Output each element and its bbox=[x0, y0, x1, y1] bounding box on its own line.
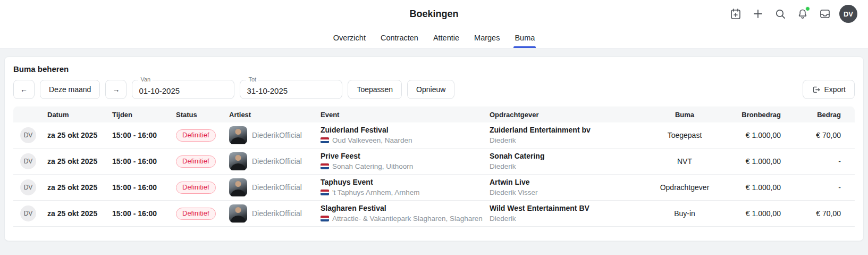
status-badge: Definitief bbox=[176, 182, 216, 194]
header-icons: DV bbox=[459, 5, 858, 23]
status-badge: Definitief bbox=[176, 155, 216, 168]
buma-panel: Buma beheren ← Deze maand → Van Tot Toep… bbox=[4, 56, 864, 241]
artist-photo bbox=[229, 152, 247, 170]
event-location: Sonah Catering, Uithoorn bbox=[332, 161, 413, 171]
client-contact: Diederik Visser bbox=[490, 187, 538, 198]
col-artiest: Artiest bbox=[225, 111, 316, 119]
artist-name: DiederikOfficial bbox=[252, 209, 302, 218]
table-row[interactable]: DV za 25 okt 2025 15:00 - 16:00 Definiti… bbox=[13, 149, 855, 175]
inbox-button[interactable] bbox=[817, 6, 833, 22]
time-cell: 15:00 - 16:00 bbox=[108, 183, 172, 192]
user-avatar[interactable]: DV bbox=[839, 5, 857, 23]
event-title: Slagharen Festival bbox=[321, 203, 481, 213]
event-location: Attractie- & Vakantiepark Slagharen, Sla… bbox=[332, 213, 483, 224]
amount-cell: € 70,00 bbox=[783, 131, 855, 139]
col-datum: Datum bbox=[43, 111, 108, 119]
row-avatar: DV bbox=[20, 127, 36, 143]
buma-cell: Toegepast bbox=[650, 131, 719, 139]
event-cell: Prive Feest Sonah Catering, Uithoorn bbox=[316, 151, 485, 171]
event-title: Taphuys Event bbox=[321, 177, 481, 187]
col-event: Event bbox=[316, 111, 485, 119]
col-opdrachtgever: Opdrachtgever bbox=[485, 111, 650, 119]
filter-controls: ← Deze maand → Van Tot Toepassen Opnieuw… bbox=[13, 80, 855, 99]
table-body: DV za 25 okt 2025 15:00 - 16:00 Definiti… bbox=[13, 122, 855, 227]
tab-buma[interactable]: Buma bbox=[509, 28, 540, 48]
date-from-label: Van bbox=[138, 76, 153, 83]
date-cell: za 25 okt 2025 bbox=[43, 157, 108, 166]
source-amount-cell: € 1.000,00 bbox=[719, 157, 783, 166]
artist-cell: DiederikOfficial bbox=[225, 204, 316, 223]
notifications-button[interactable] bbox=[795, 6, 811, 22]
tab-contracten[interactable]: Contracten bbox=[375, 28, 424, 48]
col-buma: Buma bbox=[650, 111, 719, 119]
tab-label: Overzicht bbox=[333, 34, 366, 42]
date-to-field: Tot bbox=[240, 80, 342, 99]
date-cell: za 25 okt 2025 bbox=[43, 209, 108, 218]
export-button[interactable]: Export bbox=[803, 80, 855, 99]
tab-attentie[interactable]: Attentie bbox=[428, 28, 465, 48]
client-contact: Diederik bbox=[490, 213, 516, 224]
col-bronbedrag: Bronbedrag bbox=[719, 111, 783, 119]
table-row[interactable]: DV za 25 okt 2025 15:00 - 16:00 Definiti… bbox=[13, 175, 855, 201]
event-cell: Taphuys Event 't Taphuys Arnhem, Arnhem bbox=[316, 177, 485, 198]
page-title: Boekingen bbox=[409, 9, 458, 20]
calendar-plus-icon bbox=[729, 7, 742, 20]
client-name: Wild West Entertainment BV bbox=[490, 203, 646, 213]
bookings-table: Datum Tijden Status Artiest Event Opdrac… bbox=[13, 106, 855, 227]
export-label: Export bbox=[824, 85, 846, 94]
tab-label: Buma bbox=[515, 34, 535, 42]
time-cell: 15:00 - 16:00 bbox=[108, 131, 172, 139]
artist-name: DiederikOfficial bbox=[252, 157, 302, 166]
col-bedrag: Bedrag bbox=[783, 111, 855, 119]
time-cell: 15:00 - 16:00 bbox=[108, 157, 172, 166]
prev-month-button[interactable]: ← bbox=[13, 80, 35, 99]
search-button[interactable] bbox=[772, 6, 788, 22]
current-month-button[interactable]: Deze maand bbox=[40, 80, 100, 99]
tab-marges[interactable]: Marges bbox=[469, 28, 505, 48]
search-icon bbox=[774, 7, 787, 20]
tab-bar: Overzicht Contracten Attentie Marges Bum… bbox=[0, 28, 868, 48]
col-status: Status bbox=[172, 111, 225, 119]
panel-title: Buma beheren bbox=[13, 64, 855, 73]
add-button[interactable] bbox=[750, 6, 766, 22]
amount-cell: - bbox=[783, 157, 855, 166]
reset-button[interactable]: Opnieuw bbox=[407, 80, 454, 99]
amount-cell: - bbox=[783, 183, 855, 192]
export-icon bbox=[812, 85, 821, 94]
tab-label: Attentie bbox=[433, 34, 459, 42]
main-area: Buma beheren ← Deze maand → Van Tot Toep… bbox=[0, 48, 868, 249]
event-cell: Slagharen Festival Attractie- & Vakantie… bbox=[316, 203, 485, 224]
artist-cell: DiederikOfficial bbox=[225, 126, 316, 144]
buma-cell: Opdrachtgever bbox=[650, 183, 719, 192]
nl-flag-icon bbox=[321, 163, 329, 169]
status-badge: Definitief bbox=[176, 129, 216, 142]
tab-label: Contracten bbox=[381, 34, 418, 42]
plus-icon bbox=[752, 7, 764, 20]
client-contact: Diederik bbox=[490, 135, 516, 145]
nl-flag-icon bbox=[321, 216, 329, 221]
event-location: 't Taphuys Arnhem, Arnhem bbox=[332, 187, 419, 198]
artist-name: DiederikOfficial bbox=[252, 183, 302, 192]
amount-cell: € 70,00 bbox=[783, 209, 855, 218]
apply-button[interactable]: Toepassen bbox=[348, 80, 402, 99]
row-avatar: DV bbox=[20, 179, 36, 195]
calendar-button[interactable] bbox=[728, 6, 744, 22]
client-cell: Wild West Entertainment BV Diederik bbox=[485, 203, 650, 224]
tab-overzicht[interactable]: Overzicht bbox=[328, 28, 371, 48]
table-header: Datum Tijden Status Artiest Event Opdrac… bbox=[13, 106, 855, 122]
event-location: Oud Valkeveen, Naarden bbox=[332, 135, 412, 145]
client-name: Zuiderland Entertainment bv bbox=[490, 125, 646, 135]
client-contact: Diederik bbox=[490, 161, 516, 171]
date-from-field: Van bbox=[132, 80, 234, 99]
time-cell: 15:00 - 16:00 bbox=[108, 209, 172, 218]
artist-name: DiederikOfficial bbox=[252, 131, 302, 139]
table-row[interactable]: DV za 25 okt 2025 15:00 - 16:00 Definiti… bbox=[13, 122, 855, 149]
table-row[interactable]: DV za 25 okt 2025 15:00 - 16:00 Definiti… bbox=[13, 201, 855, 227]
top-header: Boekingen bbox=[0, 0, 868, 28]
client-name: Artwin Live bbox=[490, 177, 646, 187]
status-badge: Definitief bbox=[176, 208, 216, 220]
artist-cell: DiederikOfficial bbox=[225, 178, 316, 196]
row-avatar: DV bbox=[20, 205, 36, 221]
next-month-button[interactable]: → bbox=[105, 80, 127, 99]
artist-photo bbox=[229, 204, 247, 223]
